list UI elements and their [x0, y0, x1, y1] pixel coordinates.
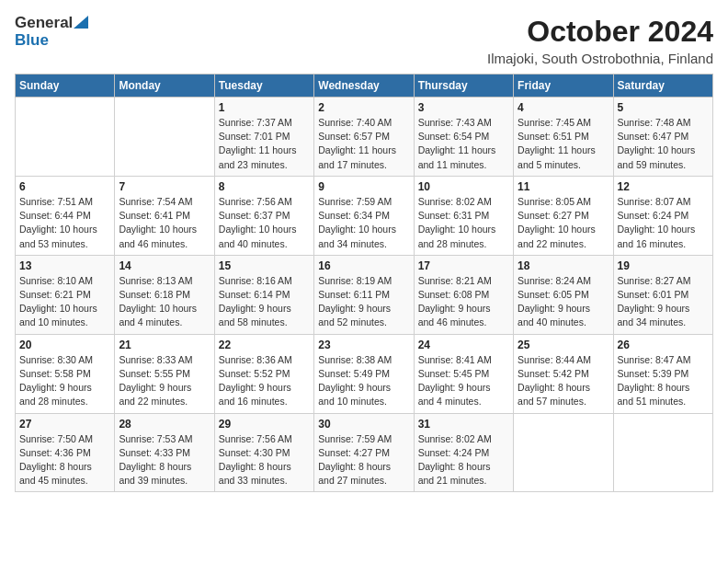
day-detail: Sunrise: 7:50 AM Sunset: 4:36 PM Dayligh…: [19, 432, 110, 488]
calendar-header-wednesday: Wednesday: [314, 75, 414, 98]
day-detail: Sunrise: 7:37 AM Sunset: 7:01 PM Dayligh…: [219, 116, 310, 172]
calendar-cell: 14Sunrise: 8:13 AM Sunset: 6:18 PM Dayli…: [115, 255, 214, 334]
day-number: 24: [418, 339, 509, 351]
calendar-cell: 27Sunrise: 7:50 AM Sunset: 4:36 PM Dayli…: [16, 413, 115, 492]
calendar-table: SundayMondayTuesdayWednesdayThursdayFrid…: [15, 74, 713, 492]
calendar-cell: 15Sunrise: 8:16 AM Sunset: 6:14 PM Dayli…: [214, 255, 313, 334]
calendar-week-4: 20Sunrise: 8:30 AM Sunset: 5:58 PM Dayli…: [16, 334, 713, 413]
calendar-cell: 22Sunrise: 8:36 AM Sunset: 5:52 PM Dayli…: [214, 334, 313, 413]
calendar-header-tuesday: Tuesday: [214, 75, 313, 98]
day-number: 2: [318, 101, 409, 114]
day-detail: Sunrise: 8:02 AM Sunset: 4:24 PM Dayligh…: [418, 432, 509, 488]
title-block: October 2024 Ilmajoki, South Ostrobothni…: [487, 15, 713, 66]
day-number: 17: [418, 259, 509, 272]
day-number: 19: [618, 259, 709, 272]
day-detail: Sunrise: 7:56 AM Sunset: 4:30 PM Dayligh…: [219, 432, 310, 488]
day-number: 4: [518, 101, 609, 114]
logo: General Blue: [15, 15, 88, 49]
calendar-cell: 12Sunrise: 8:07 AM Sunset: 6:24 PM Dayli…: [613, 176, 712, 255]
calendar-cell: 13Sunrise: 8:10 AM Sunset: 6:21 PM Dayli…: [16, 255, 115, 334]
day-number: 28: [119, 418, 210, 431]
day-number: 23: [318, 339, 409, 351]
calendar-subtitle: Ilmajoki, South Ostrobothnia, Finland: [487, 51, 713, 66]
day-number: 20: [19, 339, 110, 351]
day-detail: Sunrise: 7:51 AM Sunset: 6:44 PM Dayligh…: [19, 195, 110, 251]
calendar-cell: 31Sunrise: 8:02 AM Sunset: 4:24 PM Dayli…: [414, 413, 513, 492]
day-number: 14: [119, 259, 210, 272]
logo-icon: [74, 16, 88, 29]
calendar-cell: 23Sunrise: 8:38 AM Sunset: 5:49 PM Dayli…: [314, 334, 414, 413]
logo-blue-text: Blue: [15, 32, 49, 50]
calendar-cell: 18Sunrise: 8:24 AM Sunset: 6:05 PM Dayli…: [514, 255, 613, 334]
day-detail: Sunrise: 8:21 AM Sunset: 6:08 PM Dayligh…: [418, 274, 509, 330]
calendar-cell: 16Sunrise: 8:19 AM Sunset: 6:11 PM Dayli…: [314, 255, 414, 334]
calendar-cell: 6Sunrise: 7:51 AM Sunset: 6:44 PM Daylig…: [16, 176, 115, 255]
day-detail: Sunrise: 7:43 AM Sunset: 6:54 PM Dayligh…: [418, 116, 509, 172]
day-detail: Sunrise: 8:24 AM Sunset: 6:05 PM Dayligh…: [518, 274, 609, 330]
calendar-header-monday: Monday: [115, 75, 214, 98]
logo-general-text: General: [15, 15, 73, 32]
calendar-cell: 26Sunrise: 8:47 AM Sunset: 5:39 PM Dayli…: [613, 334, 712, 413]
day-detail: Sunrise: 8:10 AM Sunset: 6:21 PM Dayligh…: [19, 274, 110, 330]
day-number: 3: [418, 101, 509, 114]
day-number: 12: [618, 180, 709, 193]
calendar-week-3: 13Sunrise: 8:10 AM Sunset: 6:21 PM Dayli…: [16, 255, 713, 334]
day-detail: Sunrise: 8:13 AM Sunset: 6:18 PM Dayligh…: [119, 274, 210, 330]
day-detail: Sunrise: 7:40 AM Sunset: 6:57 PM Dayligh…: [318, 116, 409, 172]
day-number: 25: [518, 339, 609, 351]
day-detail: Sunrise: 8:44 AM Sunset: 5:42 PM Dayligh…: [518, 353, 609, 409]
day-number: 9: [318, 180, 409, 193]
day-detail: Sunrise: 7:56 AM Sunset: 6:37 PM Dayligh…: [219, 195, 310, 251]
calendar-header-sunday: Sunday: [16, 75, 115, 98]
day-detail: Sunrise: 8:41 AM Sunset: 5:45 PM Dayligh…: [418, 353, 509, 409]
day-detail: Sunrise: 8:07 AM Sunset: 6:24 PM Dayligh…: [618, 195, 709, 251]
calendar-cell: 17Sunrise: 8:21 AM Sunset: 6:08 PM Dayli…: [414, 255, 513, 334]
svg-marker-0: [74, 16, 88, 29]
day-number: 16: [318, 259, 409, 272]
calendar-title: October 2024: [487, 15, 713, 49]
calendar-week-1: 1Sunrise: 7:37 AM Sunset: 7:01 PM Daylig…: [16, 98, 713, 177]
day-detail: Sunrise: 8:30 AM Sunset: 5:58 PM Dayligh…: [19, 353, 110, 409]
calendar-body: 1Sunrise: 7:37 AM Sunset: 7:01 PM Daylig…: [16, 98, 713, 492]
calendar-header-saturday: Saturday: [613, 75, 712, 98]
calendar-week-5: 27Sunrise: 7:50 AM Sunset: 4:36 PM Dayli…: [16, 413, 713, 492]
day-detail: Sunrise: 8:47 AM Sunset: 5:39 PM Dayligh…: [618, 353, 709, 409]
calendar-cell: 8Sunrise: 7:56 AM Sunset: 6:37 PM Daylig…: [214, 176, 313, 255]
page-header: General Blue October 2024 Ilmajoki, Sout…: [15, 15, 713, 66]
calendar-cell: 1Sunrise: 7:37 AM Sunset: 7:01 PM Daylig…: [214, 98, 313, 177]
day-detail: Sunrise: 7:59 AM Sunset: 6:34 PM Dayligh…: [318, 195, 409, 251]
calendar-cell: 4Sunrise: 7:45 AM Sunset: 6:51 PM Daylig…: [514, 98, 613, 177]
day-detail: Sunrise: 8:05 AM Sunset: 6:27 PM Dayligh…: [518, 195, 609, 251]
day-detail: Sunrise: 8:02 AM Sunset: 6:31 PM Dayligh…: [418, 195, 509, 251]
day-number: 26: [618, 339, 709, 351]
day-number: 21: [119, 339, 210, 351]
day-detail: Sunrise: 8:38 AM Sunset: 5:49 PM Dayligh…: [318, 353, 409, 409]
calendar-cell: 24Sunrise: 8:41 AM Sunset: 5:45 PM Dayli…: [414, 334, 513, 413]
day-number: 8: [219, 180, 310, 193]
calendar-cell: 3Sunrise: 7:43 AM Sunset: 6:54 PM Daylig…: [414, 98, 513, 177]
calendar-cell: 7Sunrise: 7:54 AM Sunset: 6:41 PM Daylig…: [115, 176, 214, 255]
calendar-cell: 9Sunrise: 7:59 AM Sunset: 6:34 PM Daylig…: [314, 176, 414, 255]
day-number: 11: [518, 180, 609, 193]
day-number: 15: [219, 259, 310, 272]
day-number: 18: [518, 259, 609, 272]
day-number: 22: [219, 339, 310, 351]
calendar-cell: [16, 98, 115, 177]
calendar-cell: [613, 413, 712, 492]
calendar-cell: 21Sunrise: 8:33 AM Sunset: 5:55 PM Dayli…: [115, 334, 214, 413]
calendar-header-thursday: Thursday: [414, 75, 513, 98]
day-number: 1: [219, 101, 310, 114]
calendar-cell: 30Sunrise: 7:59 AM Sunset: 4:27 PM Dayli…: [314, 413, 414, 492]
calendar-cell: 29Sunrise: 7:56 AM Sunset: 4:30 PM Dayli…: [214, 413, 313, 492]
calendar-cell: [115, 98, 214, 177]
calendar-cell: [514, 413, 613, 492]
day-detail: Sunrise: 8:33 AM Sunset: 5:55 PM Dayligh…: [119, 353, 210, 409]
day-detail: Sunrise: 7:54 AM Sunset: 6:41 PM Dayligh…: [119, 195, 210, 251]
calendar-cell: 2Sunrise: 7:40 AM Sunset: 6:57 PM Daylig…: [314, 98, 414, 177]
day-number: 7: [119, 180, 210, 193]
calendar-cell: 25Sunrise: 8:44 AM Sunset: 5:42 PM Dayli…: [514, 334, 613, 413]
day-number: 13: [19, 259, 110, 272]
calendar-week-2: 6Sunrise: 7:51 AM Sunset: 6:44 PM Daylig…: [16, 176, 713, 255]
calendar-header-row: SundayMondayTuesdayWednesdayThursdayFrid…: [16, 75, 713, 98]
calendar-header-friday: Friday: [514, 75, 613, 98]
